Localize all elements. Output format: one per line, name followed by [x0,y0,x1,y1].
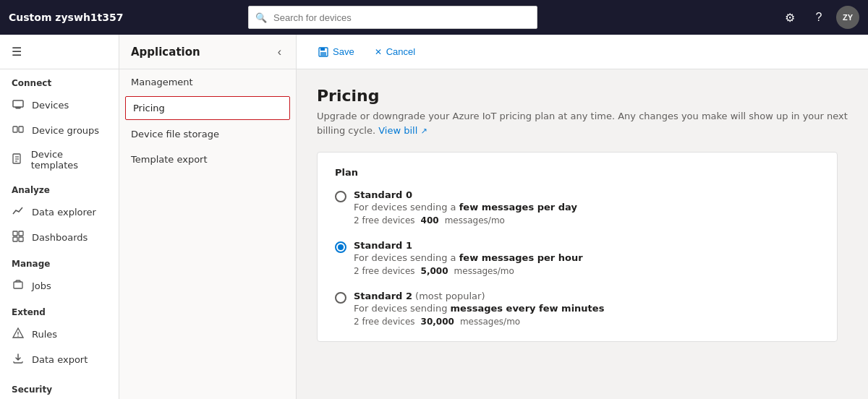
dashboards-label: Dashboards [32,232,88,243]
external-link-icon: ↗ [420,126,427,136]
devices-label: Devices [32,100,69,111]
hamburger-menu[interactable]: ☰ [0,35,119,69]
radio-standard-1[interactable] [335,241,346,253]
search-input[interactable] [248,6,537,29]
svg-rect-9 [13,231,17,236]
content-area: Save ✕ Cancel Pricing Upgrade or downgra… [297,35,868,399]
device-templates-icon [12,153,24,167]
plan-details-standard-2: 2 free devices 30,000 messages/mo [354,317,604,327]
radio-standard-2[interactable] [335,292,346,304]
radio-standard-0[interactable] [335,191,346,202]
svg-rect-12 [19,237,23,241]
mid-panel-title: Application [131,46,200,59]
sidebar-item-device-groups[interactable]: Device groups [0,118,119,143]
search-container: 🔍 [248,6,537,29]
rules-label: Rules [32,329,57,340]
topbar-actions: ⚙ ? ZY [778,6,859,29]
pricing-card: Plan Standard 0 For devices sending a fe… [317,152,838,342]
rules-icon [12,327,25,341]
plan-desc-standard-2: For devices sending messages every few m… [354,303,604,314]
plan-option-standard-0: Standard 0 For devices sending a few mes… [335,189,820,226]
sidebar-item-rules[interactable]: Rules [0,322,119,347]
svg-rect-13 [14,282,22,288]
sidebar-item-data-export[interactable]: Data export [0,347,119,372]
section-analyze: Analyze [0,176,119,200]
save-icon [318,47,328,57]
topbar: Custom zyswh1t357 🔍 ⚙ ? ZY [0,0,868,35]
svg-rect-4 [19,126,23,132]
sidebar-item-dashboards[interactable]: Dashboards [0,225,119,250]
cancel-icon: ✕ [375,47,382,57]
cancel-button[interactable]: ✕ Cancel [370,43,420,60]
svg-rect-19 [320,52,326,56]
data-export-label: Data export [32,354,88,365]
plan-name-standard-1: Standard 1 [354,240,583,251]
save-button[interactable]: Save [314,43,359,60]
content-toolbar: Save ✕ Cancel [297,35,868,69]
plan-name-standard-2: Standard 2 (most popular) [354,291,604,301]
sidebar-item-jobs[interactable]: Jobs [0,273,119,299]
sidebar-item-devices[interactable]: Devices [0,93,119,118]
plan-details-standard-0: 2 free devices 400 messages/mo [354,215,577,226]
section-security: Security [0,376,119,399]
plan-label: Plan [335,167,820,178]
device-groups-icon [12,124,25,137]
section-manage: Manage [0,250,119,273]
cancel-label: Cancel [386,46,415,57]
section-connect: Connect [0,69,119,93]
svg-rect-10 [19,231,23,236]
jobs-icon [12,279,25,293]
device-groups-label: Device groups [32,125,99,136]
nav-template-export[interactable]: Template export [119,147,296,172]
sidebar: ☰ Connect Devices Device groups Device t… [0,35,119,399]
most-popular-badge: (most popular) [412,291,485,301]
nav-device-file-storage[interactable]: Device file storage [119,121,296,147]
data-explorer-label: Data explorer [32,207,96,218]
plan-desc-standard-0: For devices sending a few messages per d… [354,202,577,213]
page-title: Pricing [317,87,848,105]
jobs-label: Jobs [32,280,51,291]
devices-icon [12,98,25,112]
plan-desc-standard-1: For devices sending a few messages per h… [354,252,583,263]
plan-name-standard-0: Standard 0 [354,189,577,200]
view-bill-link[interactable]: View bill ↗ [378,125,427,136]
svg-rect-0 [13,100,23,107]
plan-option-standard-2: Standard 2 (most popular) For devices se… [335,291,820,327]
data-export-icon [12,353,25,366]
content-body: Pricing Upgrade or downgrade your Azure … [297,69,868,399]
sidebar-item-device-templates[interactable]: Device templates [0,143,119,176]
help-button[interactable]: ? [807,6,830,29]
sidebar-item-data-explorer[interactable]: Data explorer [0,200,119,225]
plan-option-standard-1: Standard 1 For devices sending a few mes… [335,240,820,276]
save-label: Save [333,46,354,57]
svg-point-16 [17,335,19,337]
page-subtitle: Upgrade or downgrade your Azure IoT pric… [317,109,848,137]
dashboards-icon [12,231,25,244]
device-templates-label: Device templates [31,149,107,171]
svg-rect-18 [320,48,325,51]
avatar-button[interactable]: ZY [836,6,859,29]
hamburger-icon: ☰ [12,45,22,59]
nav-management[interactable]: Management [119,69,296,95]
svg-rect-11 [13,237,17,241]
search-icon: 🔍 [255,12,267,23]
mid-panel: Application ‹ Management Pricing Device … [119,35,297,399]
section-extend: Extend [0,299,119,322]
settings-button[interactable]: ⚙ [778,6,801,29]
svg-rect-3 [13,126,17,132]
nav-pricing[interactable]: Pricing [125,96,290,120]
main-layout: ☰ Connect Devices Device groups Device t… [0,35,868,399]
app-title: Custom zyswh1t357 [9,12,124,23]
mid-panel-header: Application ‹ [119,35,296,69]
data-explorer-icon [12,205,25,219]
collapse-button[interactable]: ‹ [275,44,284,60]
plan-details-standard-1: 2 free devices 5,000 messages/mo [354,266,583,276]
